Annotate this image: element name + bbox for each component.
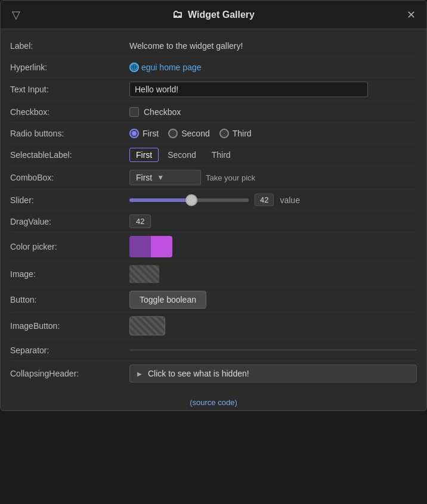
checkbox-container[interactable]: Checkbox <box>129 107 181 117</box>
slider-suffix: value <box>280 195 299 205</box>
close-button[interactable]: ✕ <box>403 7 419 23</box>
slider-thumb[interactable] <box>185 194 197 206</box>
selectable-second[interactable]: Second <box>161 148 202 162</box>
checkbox-row: Checkbox: Checkbox <box>10 101 417 123</box>
radio-item-first[interactable]: First <box>129 129 159 138</box>
imagebutton-row-label: ImageButton: <box>10 321 129 331</box>
slider-value-box[interactable]: 42 <box>255 194 274 206</box>
radio-label-first: First <box>143 129 159 138</box>
footer: (source code) <box>1 392 426 410</box>
slider-fill <box>129 198 191 202</box>
slider-row-label: Slider: <box>10 195 129 205</box>
image-row: Image: <box>10 262 417 287</box>
text-input[interactable] <box>129 82 368 97</box>
combobox-arrow-icon: ▼ <box>157 173 164 182</box>
imagebutton-row: ImageButton: <box>10 313 417 340</box>
slider-track[interactable] <box>129 198 249 202</box>
collapsingheader-row-label: CollapsingHeader: <box>10 369 129 378</box>
drag-value[interactable]: 42 <box>129 214 151 228</box>
button-row: Button: Toggle boolean <box>10 287 417 313</box>
radio-item-second[interactable]: Second <box>168 129 209 138</box>
color-half-dark <box>129 236 151 257</box>
window-title: Widget Gallery <box>188 10 255 20</box>
selectable-row-label: SelectableLabel: <box>10 150 129 160</box>
separator-line <box>129 350 417 350</box>
slider-container: 42 value <box>129 194 300 206</box>
colorpicker-row-label: Color picker: <box>10 242 129 251</box>
textinput-row: Text Input: <box>10 78 417 101</box>
image-placeholder <box>129 265 159 283</box>
color-picker-preview[interactable] <box>129 236 172 257</box>
collapsing-header[interactable]: ▶ Click to see what is hidden! <box>129 365 417 382</box>
slider-row: Slider: 42 value <box>10 189 417 211</box>
main-window: ▽ 🗂 Widget Gallery ✕ Label: Welcome to t… <box>0 0 427 411</box>
dragvalue-row-label: DragValue: <box>10 217 129 226</box>
checkbox-box <box>129 107 139 117</box>
titlebar-center: 🗂 Widget Gallery <box>172 8 255 21</box>
radio-label-third: Third <box>233 129 252 138</box>
combobox[interactable]: First ▼ <box>129 170 201 185</box>
radio-item-third[interactable]: Third <box>219 129 252 138</box>
radio-row-label: Radio buttons: <box>10 129 129 138</box>
separator-row-label: Separator: <box>10 346 129 355</box>
hyperlink-row-label: Hyperlink: <box>10 63 129 72</box>
collapsing-header-text: Click to see what is hidden! <box>148 369 249 378</box>
radio-circle-second <box>168 129 178 138</box>
hyperlink-row: Hyperlink: 🌐 egui home page <box>10 57 417 78</box>
hyperlink-text: egui home page <box>141 63 201 72</box>
label-row-label: Label: <box>10 41 129 51</box>
image-row-label: Image: <box>10 269 129 279</box>
checkbox-row-label: Checkbox: <box>10 107 129 117</box>
selectable-third[interactable]: Third <box>205 148 237 162</box>
radio-circle-third <box>219 129 229 138</box>
color-half-bright <box>151 236 172 257</box>
titlebar-icon: 🗂 <box>172 8 183 21</box>
colorpicker-row: Color picker: <box>10 232 417 262</box>
label-row-value: Welcome to the widget gallery! <box>129 41 243 51</box>
globe-icon: 🌐 <box>129 63 139 72</box>
content-area: Label: Welcome to the widget gallery! Hy… <box>1 29 426 392</box>
radio-label-second: Second <box>181 129 209 138</box>
toggle-boolean-button[interactable]: Toggle boolean <box>129 291 206 309</box>
combobox-hint: Take your pick <box>206 173 255 182</box>
triangle-icon: ▶ <box>137 371 142 377</box>
selectable-row: SelectableLabel: First Second Third <box>10 144 417 166</box>
source-code-link[interactable]: (source code) <box>190 398 237 407</box>
collapsingheader-row: CollapsingHeader: ▶ Click to see what is… <box>10 361 417 386</box>
radio-row: Radio buttons: First Second Third <box>10 123 417 144</box>
combobox-selected: First <box>136 173 152 182</box>
hyperlink-link[interactable]: 🌐 egui home page <box>129 63 201 72</box>
combobox-row: ComboBox: First ▼ Take your pick <box>10 166 417 189</box>
textinput-row-label: Text Input: <box>10 85 129 94</box>
radio-group: First Second Third <box>129 129 252 138</box>
combobox-row-label: ComboBox: <box>10 173 129 182</box>
titlebar: ▽ 🗂 Widget Gallery ✕ <box>1 1 426 29</box>
selectable-first[interactable]: First <box>129 148 159 162</box>
radio-circle-first <box>129 129 139 138</box>
label-row: Label: Welcome to the widget gallery! <box>10 35 417 57</box>
button-row-label: Button: <box>10 295 129 304</box>
checkbox-text: Checkbox <box>144 107 181 117</box>
menu-button[interactable]: ▽ <box>8 7 24 23</box>
selectable-labels: First Second Third <box>129 148 237 162</box>
image-button[interactable] <box>129 316 165 335</box>
dragvalue-row: DragValue: 42 <box>10 211 417 232</box>
separator-row: Separator: <box>10 340 417 361</box>
